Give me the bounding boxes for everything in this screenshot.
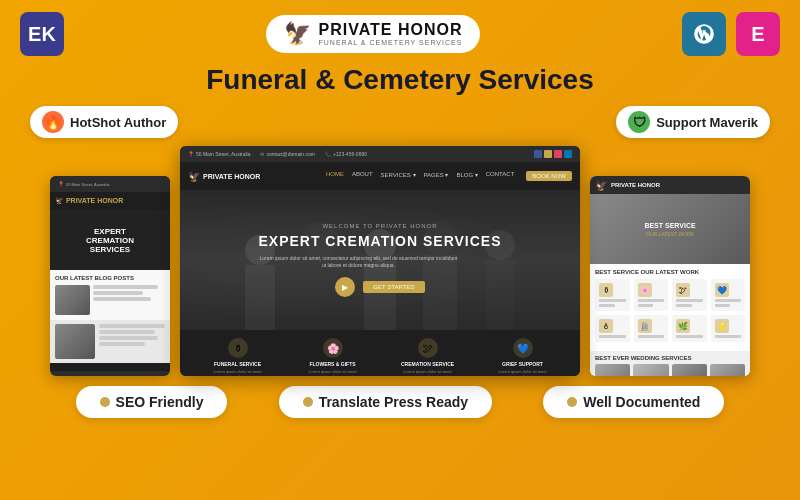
brand-logo: 🦅 PRIVATE HONOR FUNERAL & CEMETERY SERVI… [266, 15, 481, 53]
tablet-card-icon-7: 🌿 [676, 319, 690, 333]
phone-item: 📞 +123-456-0890 [325, 151, 367, 157]
mobile-section: OUR LATEST BLOG POSTS [50, 270, 170, 320]
seo-badge: SEO Friendly [76, 386, 228, 418]
tablet-bottom-card-2 [633, 364, 668, 376]
hero-cta-row: ▶ GET STARTED [258, 277, 501, 297]
desktop-nav: 🦅 PRIVATE HONOR HOME ABOUT SERVICES ▾ PA… [180, 162, 580, 190]
tablet-card-icon-3: 🕊 [676, 283, 690, 297]
tablet-services-title: BEST SERVICE OUR LATEST WORK [595, 269, 745, 275]
mobile-preview: 📍 50 Main Street, Australia 🦅 PRIVATE HO… [50, 176, 170, 376]
instagram-icon [554, 150, 562, 158]
play-icon[interactable]: ▶ [335, 277, 355, 297]
nav-about[interactable]: ABOUT [352, 171, 373, 181]
seo-dot [100, 397, 110, 407]
mobile-image-section [50, 320, 170, 363]
mobile-topbar: 📍 50 Main Street, Australia [50, 176, 170, 192]
elementor-logo: E [736, 12, 780, 56]
right-logos: E [682, 12, 780, 56]
hero-title: EXPERT CREMATION SERVICES [258, 233, 501, 249]
tablet-card-6: 🪦 [634, 315, 669, 342]
hero-content: WELCOME TO PRIVATE HONOR EXPERT CREMATIO… [258, 223, 501, 297]
top-bar: EK 🦅 PRIVATE HONOR FUNERAL & CEMETERY SE… [20, 12, 780, 56]
fire-icon: 🔥 [42, 111, 64, 133]
funeral-icon: ⚱ [228, 338, 248, 358]
tablet-bottom-cards [595, 364, 745, 376]
mobile-image [55, 324, 95, 359]
nav-book-btn[interactable]: BOOK NOW [526, 171, 572, 181]
tablet-nav: 🦅 PRIVATE HONOR [590, 176, 750, 194]
address-item: 📍 50 Main Street, Australia [188, 151, 250, 157]
tablet-preview: 🦅 PRIVATE HONOR BEST SERVICE OUR LATEST … [590, 176, 750, 376]
seo-label: SEO Friendly [116, 394, 204, 410]
previews-area: 📍 50 Main Street, Australia 🦅 PRIVATE HO… [20, 146, 780, 376]
desktop-hero: WELCOME TO PRIVATE HONOR EXPERT CREMATIO… [180, 190, 580, 330]
hero-description: Lorem ipsum dolor sit amet, consectetur … [258, 255, 458, 269]
cremation-icon: 🕊 [418, 338, 438, 358]
support-label: Support Maverik [656, 115, 758, 130]
desktop-topbar: 📍 50 Main Street, Australia ✉ contact@do… [180, 146, 580, 162]
brand-text: PRIVATE HONOR FUNERAL & CEMETERY SERVICE… [319, 21, 463, 46]
tablet-card-3: 🕊 [672, 279, 707, 311]
service-grief: 💙 GRIEF SUPPORT Lorem ipsum dolor sit am… [495, 338, 550, 376]
email-item: ✉ contact@domain.com [260, 151, 314, 157]
funeral-name: FUNERAL SERVICE [214, 361, 261, 367]
tablet-card-icon-2: 🌸 [638, 283, 652, 297]
linkedin-icon [564, 150, 572, 158]
tablet-services: BEST SERVICE OUR LATEST WORK ⚱ 🌸 🕊 [590, 264, 750, 351]
shield-icon: 🛡 [628, 111, 650, 133]
tablet-card-8: ⭐ [711, 315, 746, 342]
nav-home[interactable]: HOME [326, 171, 344, 181]
tablet-card-2: 🌸 [634, 279, 669, 311]
nav-blog[interactable]: BLOG ▾ [456, 171, 477, 181]
mobile-card [55, 285, 90, 315]
features-row: SEO Friendly Translate Press Ready Well … [20, 386, 780, 418]
mobile-nav: 🦅 PRIVATE HONOR [50, 192, 170, 210]
service-funeral: ⚱ FUNERAL SERVICE Lorem ipsum dolor sit … [210, 338, 265, 376]
author-badge: 🔥 HotShot Author [30, 106, 178, 138]
ek-logo: EK [20, 12, 64, 56]
documented-badge: Well Documented [543, 386, 724, 418]
cremation-name: CREMATION SERVICE [401, 361, 454, 367]
grief-name: GRIEF SUPPORT [502, 361, 543, 367]
mobile-cards [55, 285, 165, 315]
tablet-card-5: 🕯 [595, 315, 630, 342]
mobile-logo: 🦅 PRIVATE HONOR [55, 197, 123, 205]
grief-desc: Lorem ipsum dolor sit amet consectetur a… [495, 370, 550, 376]
tablet-service-row-1: ⚱ 🌸 🕊 💙 [595, 279, 745, 311]
nav-contact[interactable]: CONTACT [486, 171, 515, 181]
cremation-desc: Lorem ipsum dolor sit amet consectetur a… [400, 370, 455, 376]
tablet-card-1: ⚱ [595, 279, 630, 311]
bird-icon: 🦅 [284, 21, 311, 47]
mobile-card-text [93, 285, 165, 315]
nav-brand-name: PRIVATE HONOR [203, 173, 260, 180]
mobile-hero-title: EXPERTCREMATIONSERVICES [86, 227, 134, 254]
service-cremation: 🕊 CREMATION SERVICE Lorem ipsum dolor si… [400, 338, 455, 376]
meta-row: 🔥 HotShot Author 🛡 Support Maverik [20, 106, 780, 138]
flowers-desc: Lorem ipsum dolor sit amet consectetur a… [305, 370, 360, 376]
tablet-card-icon-6: 🪦 [638, 319, 652, 333]
tablet-card-icon-4: 💙 [715, 283, 729, 297]
brand-name: PRIVATE HONOR [319, 21, 463, 39]
tablet-service-row-2: 🕯 🪦 🌿 ⭐ [595, 315, 745, 342]
mobile-footer [50, 363, 170, 371]
tablet-hero-text: BEST SERVICE OUR LATEST WORK [644, 222, 695, 237]
service-flowers: 🌸 FLOWERS & GIFTS Lorem ipsum dolor sit … [305, 338, 360, 376]
tablet-bottom-card-4 [710, 364, 745, 376]
left-logos: EK [20, 12, 64, 56]
tablet-card-icon-8: ⭐ [715, 319, 729, 333]
hero-cta-btn[interactable]: GET STARTED [363, 281, 424, 293]
tablet-bottom-title: BEST EVER WEDDING SERVICES [595, 355, 745, 361]
mobile-hero: EXPERTCREMATIONSERVICES [50, 210, 170, 270]
nav-services[interactable]: SERVICES ▾ [381, 171, 416, 181]
tablet-hero-img: BEST SERVICE OUR LATEST WORK [590, 194, 750, 264]
funeral-desc: Lorem ipsum dolor sit amet consectetur a… [210, 370, 265, 376]
tablet-card-icon-5: 🕯 [599, 319, 613, 333]
documented-label: Well Documented [583, 394, 700, 410]
facebook-icon [534, 150, 542, 158]
desktop-preview: 📍 50 Main Street, Australia ✉ contact@do… [180, 146, 580, 376]
flowers-name: FLOWERS & GIFTS [309, 361, 355, 367]
nav-bird-icon: 🦅 [188, 171, 200, 182]
tablet-bird-icon: 🦅 [595, 180, 607, 191]
desktop-services: ⚱ FUNERAL SERVICE Lorem ipsum dolor sit … [180, 330, 580, 376]
nav-pages[interactable]: PAGES ▾ [424, 171, 449, 181]
